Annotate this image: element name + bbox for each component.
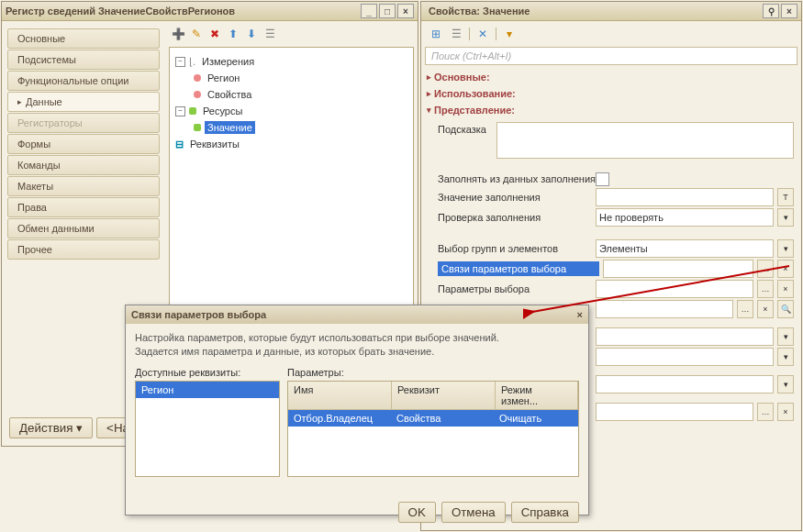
edit-icon[interactable]: ✎ bbox=[189, 27, 204, 41]
dropdown-icon[interactable]: ▾ bbox=[777, 208, 794, 227]
available-label: Доступные реквизиты: bbox=[135, 367, 280, 378]
more-button[interactable]: … bbox=[737, 300, 753, 318]
palette-toolbar: ⊞ ☰ ✕ ▾ bbox=[425, 25, 797, 43]
up-icon[interactable]: ⬆ bbox=[226, 27, 240, 41]
title-bar: Свойства: Значение ⚲ × bbox=[421, 2, 801, 21]
nav-other[interactable]: Прочее bbox=[7, 239, 160, 260]
expand-icon[interactable]: − bbox=[175, 57, 185, 67]
dimension-icon bbox=[194, 91, 201, 98]
more-button[interactable]: … bbox=[757, 403, 774, 421]
nav-forms[interactable]: Формы bbox=[7, 134, 160, 154]
section-presentation[interactable]: Представление: bbox=[425, 102, 797, 118]
search-button[interactable]: 🔍 bbox=[777, 300, 794, 318]
section-main[interactable]: Основные: bbox=[425, 69, 797, 85]
dropdown-icon[interactable]: ▾ bbox=[777, 348, 794, 366]
close-button[interactable]: × bbox=[577, 309, 583, 320]
linkparams-label: Связи параметров выбора bbox=[438, 261, 599, 276]
groupsel-input[interactable]: Элементы bbox=[596, 239, 774, 258]
delete-icon[interactable]: ✖ bbox=[207, 27, 222, 41]
groupsel-label: Выбор групп и элементов bbox=[438, 241, 592, 256]
dialog-description: Настройка параметров, которые будут испо… bbox=[135, 331, 579, 360]
fillfrom-checkbox[interactable] bbox=[596, 172, 609, 186]
maximize-button[interactable]: □ bbox=[379, 4, 396, 18]
extra-input[interactable] bbox=[596, 403, 753, 421]
down-icon[interactable]: ⬇ bbox=[244, 27, 259, 41]
del-icon[interactable]: ✕ bbox=[475, 27, 490, 41]
close-button[interactable]: × bbox=[781, 4, 797, 18]
fillcheck-input[interactable]: Не проверять bbox=[596, 208, 774, 227]
expand-icon[interactable]: − bbox=[175, 106, 185, 116]
extra-input[interactable] bbox=[596, 327, 774, 346]
dropdown-icon[interactable]: ▾ bbox=[777, 375, 794, 393]
fillvalue-label: Значение заполнения bbox=[438, 190, 592, 205]
dropdown-icon[interactable]: ▾ bbox=[777, 239, 794, 258]
tree-region[interactable]: Регион bbox=[205, 72, 242, 84]
hint-input[interactable] bbox=[496, 122, 794, 159]
dialog-title: Связи параметров выбора bbox=[131, 309, 266, 320]
dimension-icon bbox=[194, 74, 201, 82]
tree-resources[interactable]: Ресурсы bbox=[200, 105, 245, 117]
nav-layouts[interactable]: Макеты bbox=[7, 176, 160, 196]
tree-attributes[interactable]: Реквизиты bbox=[187, 138, 242, 150]
list-icon[interactable]: ☰ bbox=[449, 27, 463, 41]
nav-exchange[interactable]: Обмен данными bbox=[7, 218, 160, 238]
tree-dimensions[interactable]: Измерения bbox=[199, 55, 257, 68]
nav-main[interactable]: Основные bbox=[7, 28, 160, 49]
cat-icon[interactable]: ⊞ bbox=[429, 27, 443, 41]
resource-icon bbox=[189, 107, 196, 115]
clear-button[interactable]: × bbox=[777, 403, 794, 421]
th-name[interactable]: Имя bbox=[288, 382, 392, 409]
table-row[interactable]: Отбор.Владелец Свойства Очищать bbox=[288, 410, 578, 427]
ok-button[interactable]: OK bbox=[398, 502, 436, 523]
cancel-button[interactable]: Отмена bbox=[441, 502, 506, 523]
filter-icon[interactable]: ▾ bbox=[502, 27, 517, 41]
tree-property[interactable]: Свойства bbox=[205, 88, 254, 101]
palette-title: Свойства: Значение bbox=[429, 6, 761, 17]
more-button[interactable]: … bbox=[757, 260, 774, 278]
attribute-icon: ⊟ bbox=[175, 139, 184, 150]
resource-icon bbox=[194, 124, 201, 131]
fillvalue-input[interactable] bbox=[596, 188, 774, 206]
link-params-dialog: Связи параметров выбора× Настройка парам… bbox=[125, 305, 589, 515]
search-input[interactable]: Поиск (Ctrl+Alt+I) bbox=[425, 47, 797, 65]
nav-data[interactable]: Данные bbox=[7, 92, 160, 112]
th-mode[interactable]: Режим измен... bbox=[496, 382, 578, 409]
actions-button[interactable]: Действия ▾ bbox=[9, 417, 93, 438]
params-label: Параметры: bbox=[287, 367, 579, 378]
clear-button[interactable]: × bbox=[777, 280, 794, 298]
fillcheck-label: Проверка заполнения bbox=[438, 210, 592, 225]
add-icon[interactable]: ➕ bbox=[171, 27, 185, 41]
type-button[interactable]: T bbox=[777, 188, 794, 206]
more-button[interactable]: … bbox=[757, 280, 774, 298]
section-usage[interactable]: Использование: bbox=[425, 85, 797, 102]
list-item[interactable]: Регион bbox=[136, 382, 279, 398]
fillfrom-label: Заполнять из данных заполнения bbox=[438, 172, 592, 186]
selparams-input[interactable] bbox=[596, 280, 753, 298]
hint-label: Подсказка bbox=[438, 122, 493, 137]
clear-button[interactable]: × bbox=[777, 260, 794, 278]
selform-input[interactable] bbox=[596, 300, 733, 318]
tree-toolbar: ➕ ✎ ✖ ⬆ ⬇ ☰ bbox=[169, 25, 414, 43]
nav-func-options[interactable]: Функциональные опции bbox=[7, 71, 160, 91]
nav-registrators[interactable]: Регистраторы bbox=[7, 113, 160, 133]
dropdown-icon[interactable]: ▾ bbox=[777, 327, 794, 346]
props-icon[interactable]: ☰ bbox=[262, 27, 277, 41]
minimize-button[interactable]: _ bbox=[361, 4, 377, 18]
nav-rights[interactable]: Права bbox=[7, 197, 160, 217]
linkparams-input[interactable] bbox=[603, 260, 753, 278]
close-button[interactable]: × bbox=[397, 4, 414, 18]
selparams-label: Параметры выбора bbox=[438, 282, 592, 296]
pin-icon[interactable]: ⚲ bbox=[763, 4, 779, 18]
window-title: Регистр сведений ЗначениеСвойствРегионов bbox=[6, 6, 359, 17]
extra-input[interactable] bbox=[596, 348, 774, 366]
nav-commands[interactable]: Команды bbox=[7, 155, 160, 175]
available-list[interactable]: Регион bbox=[135, 381, 280, 477]
tree-value[interactable]: Значение bbox=[205, 121, 255, 134]
extra-input[interactable] bbox=[596, 375, 774, 393]
clear-button[interactable]: × bbox=[757, 300, 774, 318]
help-button[interactable]: Справка bbox=[511, 502, 579, 523]
th-req[interactable]: Реквизит bbox=[392, 382, 496, 409]
title-bar: Регистр сведений ЗначениеСвойствРегионов… bbox=[2, 2, 418, 21]
params-table[interactable]: Имя Реквизит Режим измен... Отбор.Владел… bbox=[287, 381, 579, 477]
nav-subsystems[interactable]: Подсистемы bbox=[7, 50, 160, 70]
